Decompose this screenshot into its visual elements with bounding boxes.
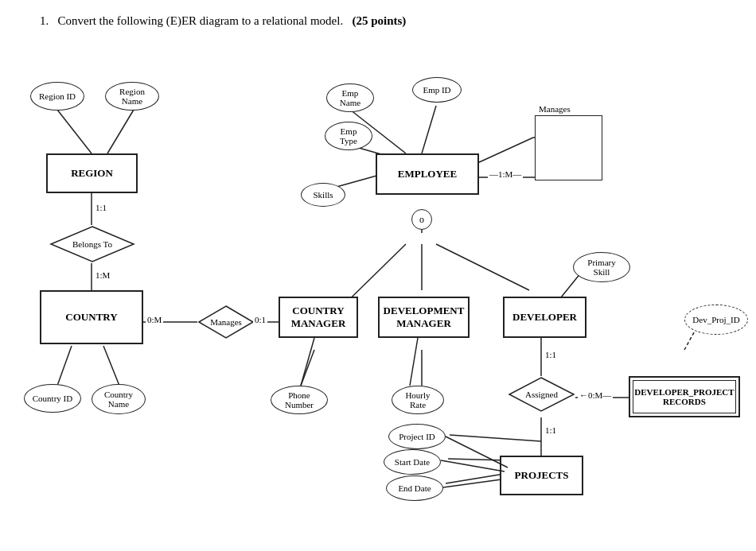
attr-emp-type-label: EmpType	[340, 126, 357, 146]
svg-line-34	[301, 338, 314, 386]
svg-line-28	[450, 435, 541, 441]
attr-region-id-label: Region ID	[39, 91, 76, 101]
entity-projects-label: PROJECTS	[515, 469, 569, 482]
entity-region-label: REGION	[71, 167, 113, 180]
diamond-assigned-label: Assigned	[525, 390, 558, 399]
svg-line-36	[446, 437, 508, 468]
svg-line-19	[436, 244, 529, 290]
attr-end-date-label: End Date	[398, 483, 431, 493]
entity-region: REGION	[46, 153, 138, 193]
label-manages-1m: —1:M—	[488, 169, 523, 179]
attr-start-date: Start Date	[384, 449, 441, 475]
attr-start-date-label: Start Date	[395, 457, 430, 467]
attr-emp-id: Emp ID	[412, 77, 462, 103]
attr-phone-number-label: PhoneNumber	[285, 390, 314, 409]
svg-line-12	[477, 138, 533, 163]
attr-country-id: Country ID	[24, 384, 81, 413]
attr-dev-proj-id-label: Dev_Proj_ID	[692, 315, 739, 324]
attr-project-id: Project ID	[388, 424, 446, 449]
entity-developer: DEVELOPER	[503, 297, 586, 338]
manages-box	[535, 115, 602, 180]
attr-skills: Skills	[301, 183, 345, 207]
label-manages-cm: 0:1	[253, 315, 267, 324]
label-assigned-dpr: ←0:M—	[578, 390, 613, 400]
label-dev-assigned-top: 1:1	[544, 350, 558, 359]
entity-employee: EMPLOYEE	[376, 153, 479, 195]
attr-primary-skill: PrimarySkill	[573, 252, 630, 282]
svg-line-10	[422, 106, 436, 153]
attr-end-date: End Date	[386, 475, 443, 501]
entity-dpr-label: DEVELOPER_PROJECTRECORDS	[634, 387, 734, 406]
entity-country-manager: COUNTRYMANAGER	[279, 297, 358, 338]
attr-emp-name-label: EmpName	[340, 88, 360, 107]
diamond-belongs-to-label: Belongs To	[72, 239, 112, 249]
label-manages-top: Manages	[537, 104, 572, 114]
label-country-manages: 0:M	[146, 315, 163, 324]
entity-developer-project-records: DEVELOPER_PROJECTRECORDS	[629, 376, 740, 417]
diamond-manages: Manages	[197, 305, 255, 340]
question-header: 1. Convert the following (E)ER diagram t…	[16, 14, 740, 28]
entity-employee-label: EMPLOYEE	[398, 168, 457, 180]
attr-region-name-label: RegionName	[119, 87, 145, 106]
attr-region-id: Region ID	[30, 82, 84, 111]
attr-project-id-label: Project ID	[399, 432, 435, 441]
attr-region-name: RegionName	[105, 82, 159, 111]
attr-country-name: CountryName	[92, 384, 146, 414]
attr-emp-type: EmpType	[325, 122, 372, 150]
attr-primary-skill-label: PrimarySkill	[587, 258, 615, 277]
entity-country-manager-label: COUNTRYMANAGER	[291, 305, 346, 330]
question-text: Convert the following (E)ER diagram to a…	[58, 14, 344, 27]
svg-line-35	[410, 338, 418, 386]
svg-line-38	[443, 479, 501, 487]
attr-emp-id-label: Emp ID	[423, 85, 450, 95]
attr-skills-label: Skills	[313, 190, 333, 200]
diagram-area: REGION Region ID RegionName Belongs To 1…	[16, 36, 740, 545]
attr-emp-name: EmpName	[326, 83, 374, 112]
diamond-belongs-to: Belongs To	[49, 225, 135, 263]
svg-line-5	[103, 346, 119, 386]
attr-hourly-rate-label: HourlyRate	[405, 390, 430, 409]
specialization-circle: o	[411, 209, 432, 230]
svg-line-20	[301, 350, 314, 386]
entity-country: COUNTRY	[40, 290, 143, 344]
attr-dev-proj-id: Dev_Proj_ID	[684, 305, 748, 335]
svg-line-37	[441, 460, 505, 471]
attr-hourly-rate: HourlyRate	[392, 386, 444, 414]
svg-line-0	[57, 110, 92, 153]
entity-developer-label: DEVELOPER	[512, 311, 577, 324]
entity-projects: PROJECTS	[500, 456, 583, 495]
label-dev-projects: 1:1	[544, 425, 558, 435]
question-number: 1.	[40, 14, 49, 27]
svg-line-1	[107, 110, 134, 153]
diamond-assigned: Assigned	[508, 376, 575, 413]
label-region-belongs-to: 1:1	[94, 203, 108, 212]
label-belongs-to-country: 1:M	[94, 270, 111, 280]
question-points: (25 points)	[352, 14, 406, 27]
attr-country-id-label: Country ID	[33, 394, 72, 403]
entity-development-manager-label: DEVELOPMENTMANAGER	[384, 305, 465, 330]
attr-country-name-label: CountryName	[104, 390, 133, 409]
entity-development-manager: DEVELOPMENTMANAGER	[378, 297, 470, 338]
svg-line-4	[57, 346, 72, 386]
entity-country-label: COUNTRY	[65, 311, 117, 324]
attr-phone-number: PhoneNumber	[271, 386, 328, 414]
diamond-manages-label: Manages	[210, 317, 242, 327]
